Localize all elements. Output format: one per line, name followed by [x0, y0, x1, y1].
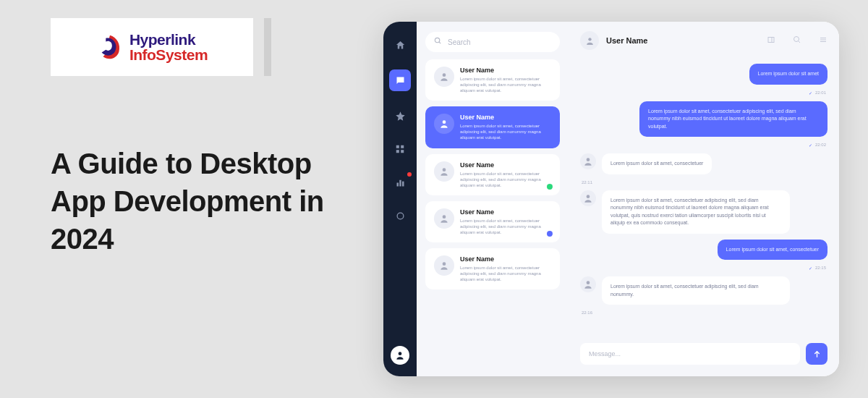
- logo-divider: [264, 18, 271, 76]
- person-icon: [434, 161, 454, 182]
- message-bubble: Lorem ipsum dolor sit amet, consectetuer: [602, 153, 712, 174]
- svg-point-26: [587, 281, 590, 284]
- header-avatar[interactable]: [580, 31, 599, 50]
- contact-name: User Name: [460, 208, 551, 216]
- svg-point-8: [399, 352, 402, 355]
- menu-icon[interactable]: [819, 35, 827, 46]
- svg-point-13: [443, 168, 446, 172]
- person-icon: [580, 190, 596, 206]
- message-bubble: Lorem ipsum dolor sit amet, consectetuer…: [639, 101, 827, 137]
- message-row: Lorem ipsum dolor sit amet, consectetuer…: [580, 190, 827, 234]
- svg-point-9: [435, 38, 439, 42]
- read-tick-icon: ✓: [809, 143, 812, 148]
- header-search-icon[interactable]: [793, 35, 801, 46]
- window-icon[interactable]: [767, 35, 775, 46]
- conversation-column: User Name Lorem ipsum dolor sit amet✓22:…: [569, 22, 839, 376]
- person-icon: [434, 67, 454, 87]
- contacts-list: User NameLorem ipsum dolor sit amet, con…: [425, 59, 560, 289]
- svg-rect-3: [401, 150, 404, 153]
- star-icon[interactable]: [391, 107, 409, 124]
- contact-preview: Lorem ipsum dolor sit amet, consectetuer…: [460, 265, 551, 282]
- contact-preview: Lorem ipsum dolor sit amet, consectetuer…: [460, 171, 551, 188]
- svg-point-25: [587, 195, 590, 198]
- svg-point-19: [794, 36, 799, 41]
- message-row: Lorem ipsum dolor sit amet, consectetuer: [580, 153, 827, 174]
- message-time: 22:16: [580, 310, 827, 315]
- message-time: ✓22:02: [580, 143, 827, 148]
- svg-point-16: [588, 38, 591, 41]
- person-icon: [580, 153, 596, 169]
- contact-card[interactable]: User NameLorem ipsum dolor sit amet, con…: [425, 154, 560, 195]
- apps-icon[interactable]: [391, 140, 409, 158]
- contact-preview: Lorem ipsum dolor sit amet, consectetuer…: [460, 76, 551, 93]
- brand-name-line1: Hyperlink: [129, 32, 208, 47]
- svg-rect-2: [396, 150, 399, 153]
- person-icon: [434, 255, 454, 276]
- svg-rect-1: [401, 145, 404, 148]
- chat-header: User Name: [569, 22, 839, 59]
- svg-point-24: [587, 158, 590, 161]
- status-badge: [547, 231, 553, 237]
- svg-point-12: [443, 121, 446, 124]
- message-bubble: Lorem ipsum dolor sit amet, consectetuer…: [602, 276, 790, 305]
- svg-point-15: [443, 262, 446, 266]
- brand-logo-card: Hyperlink InfoSystem: [51, 18, 253, 76]
- message-time: ✓22:15: [580, 266, 827, 271]
- read-tick-icon: ✓: [809, 266, 812, 271]
- contact-card[interactable]: User NameLorem ipsum dolor sit amet, con…: [425, 248, 560, 289]
- messages-list: Lorem ipsum dolor sit amet✓22:01Lorem ip…: [569, 59, 839, 334]
- chat-app-window: Search User NameLorem ipsum dolor sit am…: [383, 22, 839, 376]
- person-icon: [434, 114, 454, 134]
- contacts-column: Search User NameLorem ipsum dolor sit am…: [417, 22, 569, 376]
- svg-rect-17: [768, 37, 774, 42]
- contact-name: User Name: [460, 67, 551, 74]
- svg-rect-4: [396, 182, 399, 186]
- message-input[interactable]: Message...: [580, 343, 800, 365]
- message-row: Lorem ipsum dolor sit amet, consectetuer…: [580, 101, 827, 137]
- message-time: ✓22:01: [580, 90, 827, 96]
- settings-icon[interactable]: [391, 207, 409, 224]
- search-icon: [434, 37, 442, 47]
- contact-card[interactable]: User NameLorem ipsum dolor sit amet, con…: [425, 59, 560, 101]
- send-button[interactable]: [806, 343, 827, 365]
- composer-placeholder: Message...: [589, 350, 621, 357]
- contact-name: User Name: [460, 114, 551, 121]
- message-time: 22:11: [580, 180, 827, 185]
- stats-icon[interactable]: [391, 174, 409, 191]
- contact-preview: Lorem ipsum dolor sit amet, consectetuer…: [460, 123, 551, 140]
- svg-point-7: [397, 213, 404, 219]
- search-input[interactable]: Search: [425, 32, 560, 52]
- header-username: User Name: [606, 36, 647, 45]
- brand-name-line2: InfoSystem: [129, 47, 208, 62]
- message-row: Lorem ipsum dolor sit amet: [580, 64, 827, 85]
- contact-name: User Name: [460, 161, 551, 169]
- contact-card[interactable]: User NameLorem ipsum dolor sit amet, con…: [425, 106, 560, 148]
- notification-dot: [407, 172, 412, 177]
- brand-logo-mark: [96, 33, 124, 61]
- status-badge: [547, 184, 553, 190]
- profile-avatar[interactable]: [391, 346, 409, 365]
- svg-point-11: [443, 73, 446, 77]
- contact-name: User Name: [460, 255, 551, 263]
- chat-icon[interactable]: [389, 69, 411, 91]
- message-row: Lorem ipsum dolor sit amet, consectetuer: [580, 240, 827, 261]
- message-bubble: Lorem ipsum dolor sit amet, consectetuer…: [602, 190, 790, 234]
- read-tick-icon: ✓: [809, 90, 812, 96]
- nav-rail: [383, 22, 417, 376]
- svg-line-20: [799, 41, 801, 43]
- brand-logo-text: Hyperlink InfoSystem: [129, 32, 208, 62]
- contact-preview: Lorem ipsum dolor sit amet, consectetuer…: [460, 218, 551, 235]
- svg-point-14: [443, 215, 446, 219]
- contact-card[interactable]: User NameLorem ipsum dolor sit amet, con…: [425, 201, 560, 242]
- person-icon: [434, 208, 454, 229]
- person-icon: [580, 276, 596, 292]
- composer: Message...: [569, 334, 839, 376]
- message-bubble: Lorem ipsum dolor sit amet: [749, 64, 827, 85]
- home-icon[interactable]: [391, 36, 409, 54]
- svg-rect-5: [399, 179, 401, 186]
- svg-line-10: [439, 42, 441, 43]
- search-placeholder: Search: [448, 38, 471, 46]
- article-headline: A Guide to Desktop App Development in 20…: [51, 145, 354, 258]
- svg-rect-6: [402, 181, 404, 186]
- message-bubble: Lorem ipsum dolor sit amet, consectetuer: [718, 240, 827, 261]
